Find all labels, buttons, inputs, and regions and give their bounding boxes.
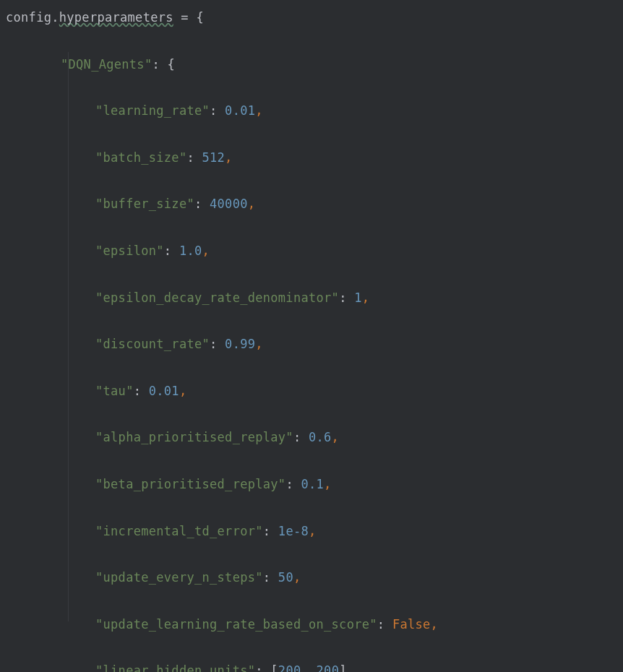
code-line-entry[interactable]: "tau": 0.01, xyxy=(3,379,623,402)
code-line-entry[interactable]: "incremental_td_error": 1e-8, xyxy=(3,520,623,543)
dict-key: "DQN_Agents" xyxy=(61,57,152,72)
code-line-entry[interactable]: "linear_hidden_units": [200, 200], xyxy=(3,659,623,672)
code-line-entry[interactable]: "beta_prioritised_replay": 0.1, xyxy=(3,473,623,496)
dict-value: False xyxy=(392,617,431,632)
dict-key: "batch_size" xyxy=(95,150,186,165)
dict-key: "beta_prioritised_replay" xyxy=(95,477,285,491)
dict-value: 0.01 xyxy=(225,103,255,118)
dict-key: "learning_rate" xyxy=(95,103,210,118)
dict-value: 1 xyxy=(354,290,362,305)
dict-value: 40000 xyxy=(210,197,248,211)
code-line-entry[interactable]: "discount_rate": 0.99, xyxy=(3,332,623,356)
list-value: 200 xyxy=(278,663,301,672)
code-line-entry[interactable]: "buffer_size": 40000, xyxy=(3,192,623,215)
dict-key: "buffer_size" xyxy=(95,197,194,211)
code-line-entry[interactable]: "update_every_n_steps": 50, xyxy=(3,566,623,589)
identifier-config: config xyxy=(6,10,51,25)
code-line-section-open[interactable]: "DQN_Agents": { xyxy=(3,53,623,76)
dict-key: "alpha_prioritised_replay" xyxy=(95,430,293,444)
dict-key: "discount_rate" xyxy=(95,337,210,351)
dict-value: 512 xyxy=(202,150,225,165)
dict-value: 0.99 xyxy=(225,337,255,351)
dict-key: "update_learning_rate_based_on_score" xyxy=(95,617,377,632)
code-line-entry[interactable]: "batch_size": 512, xyxy=(3,146,623,169)
list-value: 200 xyxy=(317,663,340,672)
code-line-entry[interactable]: "epsilon": 1.0, xyxy=(3,239,623,262)
dict-key: "update_every_n_steps" xyxy=(95,570,263,585)
code-line-entry[interactable]: "epsilon_decay_rate_denominator": 1, xyxy=(3,286,623,309)
dict-value: 50 xyxy=(278,570,293,585)
dict-value: 0.01 xyxy=(149,384,179,398)
code-line-assignment[interactable]: config.hyperparameters = { xyxy=(3,6,623,29)
code-line-entry[interactable]: "alpha_prioritised_replay": 0.6, xyxy=(3,426,623,449)
code-line-entry[interactable]: "learning_rate": 0.01, xyxy=(3,99,623,122)
indent-guide xyxy=(68,52,69,621)
dict-key: "linear_hidden_units" xyxy=(95,663,255,672)
dict-value: 0.6 xyxy=(309,430,332,444)
dict-key: "epsilon_decay_rate_denominator" xyxy=(95,290,339,305)
dict-value: 1.0 xyxy=(179,244,202,258)
dict-key: "tau" xyxy=(95,384,134,398)
dict-key: "incremental_td_error" xyxy=(95,524,263,538)
code-line-entry[interactable]: "update_learning_rate_based_on_score": F… xyxy=(3,613,623,636)
dict-key: "epsilon" xyxy=(95,244,164,258)
dict-value: 1e-8 xyxy=(278,524,309,538)
identifier-hyperparameters: hyperparameters xyxy=(59,10,173,25)
dict-value: 0.1 xyxy=(301,477,324,491)
code-editor-content[interactable]: config.hyperparameters = { "DQN_Agents":… xyxy=(3,6,623,672)
